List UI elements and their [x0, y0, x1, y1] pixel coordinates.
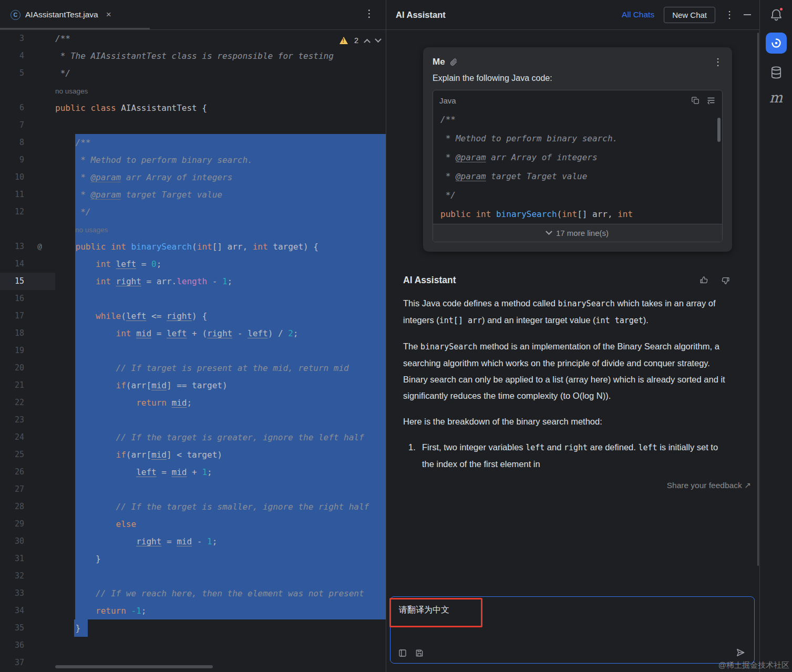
code-line[interactable]: 20 // If target is present at the mid, r…: [0, 359, 386, 377]
thumbs-up-icon[interactable]: [699, 275, 709, 285]
ai-assistant-tool-button[interactable]: [766, 33, 787, 54]
usages-inlay-hint[interactable]: no usages: [55, 226, 108, 234]
gutter[interactable]: 25: [0, 446, 55, 463]
gutter[interactable]: 5: [0, 65, 55, 82]
code-line[interactable]: 9 * Method to perform binary search.: [0, 151, 386, 169]
code-line[interactable]: 25 if(arr[mid] < target): [0, 446, 386, 463]
all-chats-link[interactable]: All Chats: [622, 10, 654, 19]
gutter[interactable]: 19: [0, 342, 55, 359]
inlay-hint-row[interactable]: no usages: [0, 221, 386, 238]
code-line[interactable]: 13@ public int binarySearch(int[] arr, i…: [0, 238, 386, 255]
code-line[interactable]: 32: [0, 567, 386, 585]
share-feedback-link[interactable]: Share your feedback ↗: [386, 481, 751, 490]
soft-wrap-icon[interactable]: [706, 96, 716, 105]
gutter[interactable]: 16: [0, 290, 55, 307]
gutter[interactable]: 30: [0, 533, 55, 550]
code-line[interactable]: 37: [0, 654, 386, 671]
code-line[interactable]: 36: [0, 637, 386, 654]
code-line[interactable]: 11 * @param target Target value: [0, 186, 386, 203]
gutter[interactable]: 15: [0, 273, 55, 290]
gutter[interactable]: 14: [0, 255, 55, 273]
gutter[interactable]: 37: [0, 654, 55, 671]
prev-problem-chevron-icon[interactable]: [364, 38, 371, 45]
code-line[interactable]: 21 if(arr[mid] == target): [0, 377, 386, 394]
expand-more-lines[interactable]: 17 more line(s): [433, 224, 722, 242]
next-problem-chevron-icon[interactable]: [375, 36, 382, 43]
usages-inlay-hint[interactable]: no usages: [55, 87, 88, 95]
gutter[interactable]: 27: [0, 481, 55, 498]
gutter[interactable]: 7: [0, 117, 55, 134]
gutter[interactable]: 26: [0, 463, 55, 481]
gutter[interactable]: 35: [0, 619, 55, 637]
gutter[interactable]: 22: [0, 394, 55, 411]
gutter[interactable]: 34: [0, 602, 55, 619]
gutter[interactable]: 11: [0, 186, 55, 203]
code-line[interactable]: 10 * @param arr Array of integers: [0, 169, 386, 186]
send-message-icon[interactable]: [735, 647, 746, 658]
gutter[interactable]: 6: [0, 99, 55, 117]
message-options-kebab-icon[interactable]: ⋮: [713, 56, 723, 68]
code-line[interactable]: 16: [0, 290, 386, 307]
gutter[interactable]: 8: [0, 134, 55, 151]
annotated-method-icon[interactable]: @: [24, 238, 55, 255]
code-line[interactable]: 5 */: [0, 65, 386, 82]
thumbs-down-icon[interactable]: [721, 275, 731, 285]
code-line[interactable]: 4 * The AIAssistantTest class is respons…: [0, 47, 386, 65]
m-plugin-tool-icon[interactable]: m: [769, 89, 783, 106]
code-snippet-scrollbar[interactable]: [717, 118, 721, 142]
gutter[interactable]: 13@: [0, 238, 55, 255]
new-chat-button[interactable]: New Chat: [664, 7, 715, 23]
gutter[interactable]: 29: [0, 515, 55, 533]
inlay-hint-row[interactable]: no usages: [0, 82, 386, 99]
gutter[interactable]: [0, 221, 55, 238]
code-line[interactable]: 30 right = mid - 1;: [0, 533, 386, 550]
gutter[interactable]: 36: [0, 637, 55, 654]
chat-input[interactable]: 请翻译为中文: [390, 596, 755, 664]
code-line[interactable]: 33 // If we reach here, then the element…: [0, 585, 386, 602]
gutter[interactable]: 17: [0, 307, 55, 325]
inspections-widget[interactable]: 2: [340, 36, 380, 45]
code-editor[interactable]: 3/**4 * The AIAssistantTest class is res…: [0, 30, 386, 672]
code-line[interactable]: 7: [0, 117, 386, 134]
code-line[interactable]: 35 }: [0, 619, 386, 637]
gutter[interactable]: 12: [0, 203, 55, 221]
gutter[interactable]: 31: [0, 550, 55, 567]
code-line[interactable]: 34 return -1;: [0, 602, 386, 619]
gutter[interactable]: 32: [0, 567, 55, 585]
gutter[interactable]: 21: [0, 377, 55, 394]
code-line[interactable]: 18 int mid = left + (right - left) / 2;: [0, 325, 386, 342]
panel-options-kebab-icon[interactable]: ⋮: [725, 9, 734, 20]
code-line[interactable]: 29 else: [0, 515, 386, 533]
code-line[interactable]: 27: [0, 481, 386, 498]
code-line[interactable]: 28 // If the target is smaller, ignore t…: [0, 498, 386, 515]
code-line[interactable]: 19: [0, 342, 386, 359]
code-line[interactable]: 23: [0, 411, 386, 429]
prompt-library-icon[interactable]: [398, 648, 407, 658]
database-tool-icon[interactable]: [769, 65, 784, 80]
code-line[interactable]: 22 return mid;: [0, 394, 386, 411]
gutter[interactable]: 28: [0, 498, 55, 515]
save-prompt-icon[interactable]: [415, 648, 424, 658]
file-tab[interactable]: C AIAssistantTest.java ×: [0, 0, 119, 29]
code-line[interactable]: 24 // If the target is greater, ignore t…: [0, 429, 386, 446]
editor-options-kebab-icon[interactable]: ⋮: [364, 7, 374, 19]
chat-vertical-scrollbar[interactable]: [757, 33, 759, 566]
gutter[interactable]: [0, 82, 55, 99]
code-line[interactable]: 26 left = mid + 1;: [0, 463, 386, 481]
gutter[interactable]: 23: [0, 411, 55, 429]
gutter[interactable]: 20: [0, 359, 55, 377]
code-line[interactable]: 17 while(left <= right) {: [0, 307, 386, 325]
code-line[interactable]: 6public class AIAssistantTest {: [0, 99, 386, 117]
chat-input-value[interactable]: 请翻译为中文: [390, 597, 754, 616]
code-line[interactable]: 31 }: [0, 550, 386, 567]
code-line[interactable]: 14 int left = 0;: [0, 255, 386, 273]
code-line[interactable]: 3/**: [0, 30, 386, 47]
attachment-paperclip-icon[interactable]: [449, 58, 458, 66]
code-line[interactable]: 12 */: [0, 203, 386, 221]
tab-close-icon[interactable]: ×: [106, 9, 111, 20]
gutter[interactable]: 3: [0, 30, 55, 47]
gutter[interactable]: 4: [0, 47, 55, 65]
gutter[interactable]: 24: [0, 429, 55, 446]
gutter[interactable]: 33: [0, 585, 55, 602]
code-line[interactable]: 8 /**: [0, 134, 386, 151]
